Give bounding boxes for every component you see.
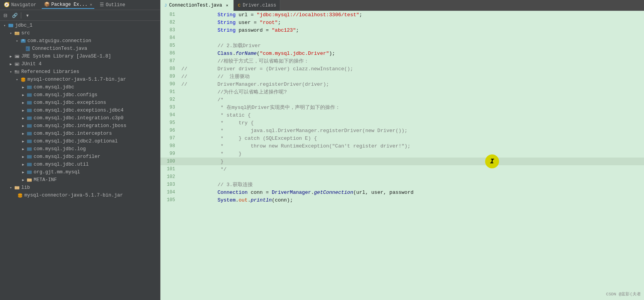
line-num-95: 95 [160, 120, 180, 125]
arrow-mysql-jar2 [14, 192, 17, 198]
arrow-reflib: ▾ [8, 69, 14, 75]
code-line-102: 102 [160, 173, 644, 181]
jre-icon: JRE [14, 53, 20, 59]
tab-navigator[interactable]: 🧭 Navigator [2, 1, 39, 8]
line-content-83: String password = "abc123"; [180, 27, 644, 33]
svg-rect-17 [27, 86, 32, 89]
svg-rect-27 [27, 163, 32, 166]
line-content-95: * try { [180, 120, 644, 126]
line-num-93: 93 [160, 105, 180, 110]
pkg-icon-8 [26, 138, 32, 144]
svg-text:JU: JU [15, 63, 18, 66]
svg-rect-19 [27, 101, 32, 105]
svg-point-35 [18, 196, 22, 198]
code-editor[interactable]: 81 String url = "jdbc:mysql://localhost:… [160, 11, 644, 300]
tree-item-mysql-jar[interactable]: ▾ mysql-connector-java-5.1.7-bin.jar [0, 76, 160, 83]
arrow-org-gjt: ▶ [20, 169, 26, 175]
svg-rect-30 [27, 179, 29, 180]
tree-item-com-mysql-jdbc[interactable]: ▶ com.mysql.jdbc [0, 83, 160, 91]
arrow-jdbc1: ▾ [2, 22, 8, 29]
tree-item-src[interactable]: ▾ src [0, 29, 160, 37]
tree-item-mysql-jar2[interactable]: mysql-connector-java-5.1.7-bin.jar [0, 192, 160, 199]
view-menu-button[interactable]: ▾ [24, 12, 31, 19]
close-tab-icon[interactable]: ✕ [90, 2, 92, 7]
label-src: src [21, 31, 30, 36]
line-content-82: String user = "root"; [180, 20, 644, 25]
panel-tabs: 🧭 Navigator 📦 Package Ex... ✕ ☰ Outline [0, 0, 160, 10]
code-line-84: 84 [160, 34, 644, 42]
label-package: com.atguigu.connection [27, 38, 91, 44]
tab-connection-test[interactable]: J ConnectionTest.java ✕ [160, 0, 234, 11]
tree-item-jdbc2[interactable]: ▶ com.mysql.jdbc.jdbc2.optional [0, 137, 160, 145]
code-line-81: 81 String url = "jdbc:mysql://localhost:… [160, 11, 644, 19]
tree-item-profiler[interactable]: ▶ com.mysql.jdbc.profiler [0, 153, 160, 161]
link-editor-button[interactable]: 🔗 [11, 12, 19, 19]
close-connection-test-tab[interactable]: ✕ [224, 3, 230, 8]
tree-item-jdbc1[interactable]: ▾ jdbc_1 [0, 22, 160, 29]
tree-item-meta-inf[interactable]: ▶ META-INF [0, 176, 160, 184]
tree-item-package[interactable]: ▾ com.atguigu.connection [0, 37, 160, 45]
tree-item-exceptions[interactable]: ▶ com.mysql.jdbc.exceptions [0, 99, 160, 107]
arrow-src: ▾ [8, 30, 14, 36]
collapse-all-button[interactable]: ⊟ [2, 12, 9, 19]
arrow-com-mysql-jdbc: ▶ [20, 84, 26, 90]
arrow-lib: ▾ [8, 185, 14, 191]
line-content-101: */ [180, 166, 644, 172]
label-util: com.mysql.jdbc.util [34, 162, 89, 167]
line-num-87: 87 [160, 58, 180, 64]
tree-item-connectiontest[interactable]: J ConnectionTest.java [0, 45, 160, 53]
line-num-91: 91 [160, 89, 180, 95]
label-com-mysql-jdbc: com.mysql.jdbc [34, 85, 74, 90]
tree-item-lib[interactable]: ▾ lib [0, 184, 160, 192]
tree-item-interceptors[interactable]: ▶ com.mysql.jdbc.interceptors [0, 130, 160, 137]
line-content-94: * static { [180, 112, 644, 118]
tree-item-configs[interactable]: ▶ com.mysql.jdbc.configs [0, 91, 160, 99]
arrow-interceptors: ▶ [20, 131, 26, 137]
tree-item-jboss[interactable]: ▶ com.mysql.jdbc.integration.jboss [0, 122, 160, 130]
line-num-86: 86 [160, 51, 180, 56]
watermark: CSDN @蓝影(夫者 [606, 291, 641, 297]
code-line-86: 86 Class.forName("com.mysql.jdbc.Driver"… [160, 49, 644, 57]
tab-package-explorer[interactable]: 📦 Package Ex... ✕ [42, 1, 95, 9]
tree-item-log[interactable]: ▶ com.mysql.jdbc.log [0, 145, 160, 153]
svg-rect-18 [27, 93, 32, 97]
junit-icon: JU [14, 61, 20, 67]
pkg-icon-2 [26, 92, 32, 98]
line-num-102: 102 [160, 174, 180, 180]
tree-item-jre[interactable]: ▶ JRE JRE System Library [JavaSE-1.8] [0, 53, 160, 60]
svg-rect-26 [27, 155, 32, 159]
line-num-99: 99 [160, 151, 180, 156]
arrow-connectiontest [22, 46, 25, 52]
line-content-84 [180, 35, 644, 41]
java-tab-icon: J [164, 3, 167, 8]
label-jre: JRE System Library [JavaSE-1.8] [21, 54, 111, 59]
line-content-92: /* [180, 97, 644, 103]
svg-rect-13 [15, 71, 17, 72]
arrow-util: ▶ [20, 161, 26, 168]
tree-item-util[interactable]: ▶ com.mysql.jdbc.util [0, 161, 160, 168]
arrow-jre: ▶ [8, 53, 14, 59]
tree-item-reflibliaries[interactable]: ▾ Referenced Libraries [0, 68, 160, 76]
tab-driver-class[interactable]: C Driver.class [234, 0, 280, 11]
line-num-94: 94 [160, 112, 180, 118]
line-num-92: 92 [160, 97, 180, 102]
line-content-100: } [180, 159, 644, 164]
pkg-icon-5 [26, 115, 32, 121]
jar-icon [20, 76, 26, 83]
tree-item-junit[interactable]: ▶ JU JUnit 4 [0, 60, 160, 68]
tree-item-c3p0[interactable]: ▶ com.mysql.jdbc.integration.c3p0 [0, 114, 160, 122]
arrow-junit: ▶ [8, 61, 14, 67]
tab-outline[interactable]: ☰ Outline [97, 1, 127, 8]
arrow-exceptions-jdbc4: ▶ [20, 107, 26, 114]
tree-item-exceptions-jdbc4[interactable]: ▶ com.mysql.jdbc.exceptions.jdbc4 [0, 107, 160, 114]
label-reflib: Referenced Libraries [21, 69, 79, 75]
line-num-98: 98 [160, 143, 180, 149]
line-content-98: * throw new RuntimeException("Can't regi… [180, 143, 644, 149]
line-content-97: * } catch (SQLException E) { [180, 136, 644, 141]
line-content-102 [180, 174, 644, 180]
code-line-93: 93 * 在mysql的Driver实现类中，声明了如下的操作： [160, 103, 644, 111]
label-jboss: com.mysql.jdbc.integration.jboss [34, 123, 126, 129]
svg-rect-28 [27, 171, 32, 174]
code-line-82: 82 String user = "root"; [160, 19, 644, 26]
tree-item-org-gjt[interactable]: ▶ org.gjt.mm.mysql [0, 168, 160, 176]
